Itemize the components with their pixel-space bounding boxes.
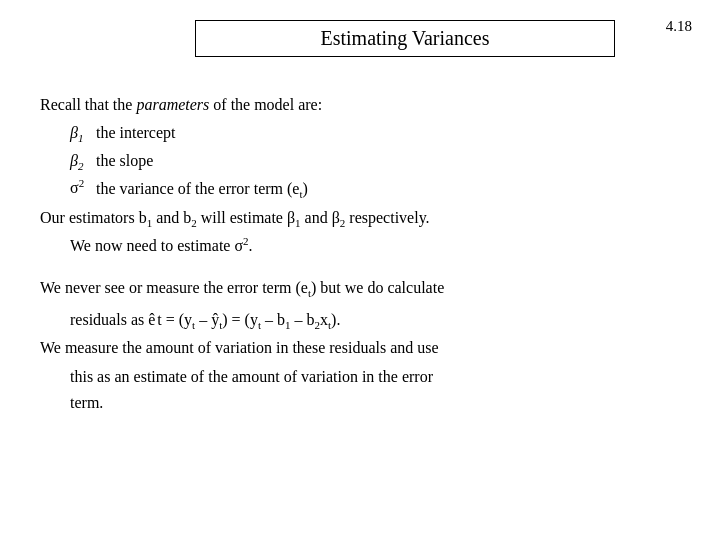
sigma2-item: σ2 the variance of the error term (et) bbox=[70, 175, 690, 203]
sigma2-symbol: σ2 bbox=[70, 175, 92, 201]
sigma2-desc: the variance of the error term (et) bbox=[96, 176, 308, 204]
sigma-estimate-line: We now need to estimate σ2. bbox=[40, 233, 690, 259]
content-area: Recall that the parameters of the model … bbox=[30, 93, 690, 416]
beta2-symbol: β2 bbox=[70, 148, 92, 176]
beta1-symbol: β1 bbox=[70, 120, 92, 148]
recall-line: Recall that the parameters of the model … bbox=[40, 93, 690, 118]
beta2-item: β2 the slope bbox=[70, 148, 690, 176]
measure-line: We measure the amount of variation in th… bbox=[40, 335, 690, 361]
estimators-line: Our estimators b1 and b2 will estimate β… bbox=[40, 205, 690, 233]
residuals-line: residuals as êt = (yt – ŷt) = (yt – b1 –… bbox=[40, 307, 690, 335]
beta1-item: β1 the intercept bbox=[70, 120, 690, 148]
beta-list: β1 the intercept β2 the slope σ2 the var… bbox=[40, 120, 690, 204]
beta1-desc: the intercept bbox=[96, 120, 176, 146]
never-see-line: We never see or measure the error term (… bbox=[40, 275, 690, 303]
measure-line2: this as an estimate of the amount of var… bbox=[40, 364, 690, 390]
beta2-desc: the slope bbox=[96, 148, 153, 174]
slide-number: 4.18 bbox=[666, 18, 692, 35]
slide-page: 4.18 Estimating Variances Recall that th… bbox=[0, 0, 720, 540]
measure-line3: term. bbox=[40, 390, 690, 416]
title-text: Estimating Variances bbox=[320, 27, 489, 49]
title-box: Estimating Variances bbox=[195, 20, 615, 57]
